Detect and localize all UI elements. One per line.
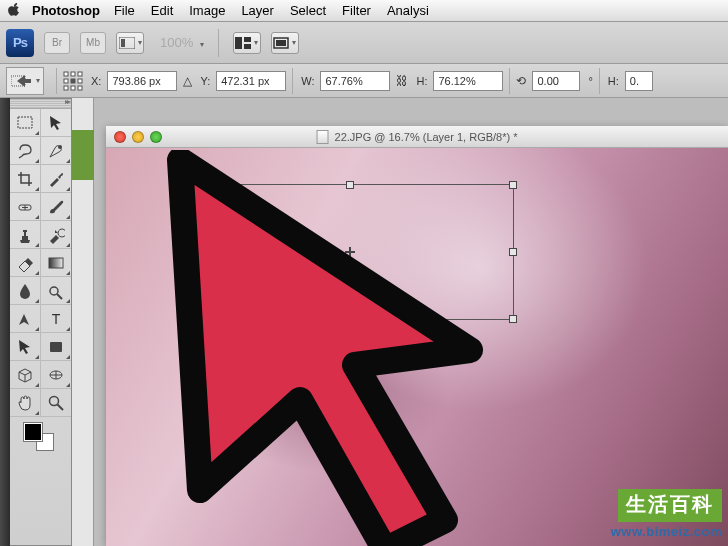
svg-rect-10 — [78, 72, 82, 76]
shape-tool[interactable] — [41, 333, 71, 361]
svg-rect-11 — [64, 79, 68, 83]
collapsed-panel-tab[interactable] — [72, 130, 94, 180]
close-window-button[interactable] — [114, 131, 126, 143]
x-label: X: — [91, 75, 101, 87]
separator — [599, 68, 600, 94]
x-input[interactable]: 793.86 px — [107, 71, 177, 91]
photoshop-logo-icon: Ps — [6, 29, 34, 57]
degree-label: ° — [588, 75, 592, 87]
y-label: Y: — [200, 75, 210, 87]
h-input[interactable]: 76.12% — [433, 71, 503, 91]
rotate-icon: ⟲ — [516, 74, 526, 88]
y-input[interactable]: 472.31 px — [216, 71, 286, 91]
transform-handle[interactable] — [509, 248, 517, 256]
reference-point-icon[interactable] — [63, 71, 83, 91]
minimize-window-button[interactable] — [132, 131, 144, 143]
svg-text:T: T — [51, 311, 60, 327]
canvas[interactable] — [106, 148, 728, 546]
transform-handle[interactable] — [183, 248, 191, 256]
move-tool[interactable] — [41, 109, 71, 137]
clone-stamp-tool[interactable] — [10, 221, 41, 249]
link-icon[interactable]: ⛓ — [396, 74, 408, 88]
svg-rect-16 — [78, 86, 82, 90]
svg-point-21 — [50, 287, 58, 295]
svg-point-25 — [49, 396, 58, 405]
h-label: H: — [416, 75, 427, 87]
transform-center-icon[interactable] — [345, 247, 355, 257]
transform-handle[interactable] — [346, 181, 354, 189]
document-window: 22.JPG @ 16.7% (Layer 1, RGB/8*) * — [106, 126, 728, 546]
arrange-documents-button[interactable]: ▾ — [233, 32, 261, 54]
quick-selection-tool[interactable] — [41, 137, 71, 165]
svg-rect-2 — [235, 37, 242, 49]
zoom-level[interactable]: 100% ▾ — [160, 35, 204, 50]
chevron-down-icon: ▾ — [36, 76, 40, 85]
launch-bridge-button[interactable]: Br — [44, 32, 70, 54]
skew-h-input[interactable]: 0. — [625, 71, 653, 91]
menu-file[interactable]: File — [114, 3, 135, 18]
healing-brush-tool[interactable] — [10, 193, 41, 221]
panel-dock[interactable] — [0, 98, 10, 546]
svg-rect-4 — [244, 44, 251, 49]
macos-menubar: Photoshop File Edit Image Layer Select F… — [0, 0, 728, 22]
svg-rect-14 — [64, 86, 68, 90]
history-brush-tool[interactable] — [41, 221, 71, 249]
separator — [218, 29, 219, 57]
separator — [292, 68, 293, 94]
3d-tool[interactable] — [10, 361, 41, 389]
zoom-tool[interactable] — [41, 389, 71, 417]
foreground-color[interactable] — [24, 423, 42, 441]
gradient-tool[interactable] — [41, 249, 71, 277]
color-swatches[interactable] — [10, 417, 71, 455]
transform-handle[interactable] — [346, 315, 354, 323]
zoom-window-button[interactable] — [150, 131, 162, 143]
transform-handle[interactable] — [183, 181, 191, 189]
options-bar: ▾ X: 793.86 px △ Y: 472.31 px W: 67.76% … — [0, 64, 728, 98]
launch-minibridge-button[interactable]: Mb — [80, 32, 106, 54]
menu-select[interactable]: Select — [290, 3, 326, 18]
crop-tool[interactable] — [10, 165, 41, 193]
blur-tool[interactable] — [10, 277, 41, 305]
hand-tool[interactable] — [10, 389, 41, 417]
panel-drag-handle[interactable] — [10, 99, 71, 109]
menu-layer[interactable]: Layer — [241, 3, 274, 18]
transform-handle[interactable] — [509, 315, 517, 323]
transform-handle[interactable] — [183, 315, 191, 323]
menu-analysis[interactable]: Analysi — [387, 3, 429, 18]
application-bar: Ps Br Mb ▾ 100% ▾ ▾ ▾ — [0, 22, 728, 64]
svg-rect-12 — [71, 79, 75, 83]
lasso-tool[interactable] — [10, 137, 41, 165]
window-titlebar[interactable]: 22.JPG @ 16.7% (Layer 1, RGB/8*) * — [106, 126, 728, 148]
transform-handle[interactable] — [509, 181, 517, 189]
delta-icon[interactable]: △ — [183, 74, 192, 88]
watermark-url: www.bimeiz.com — [611, 524, 722, 539]
brush-tool[interactable] — [41, 193, 71, 221]
svg-point-18 — [58, 145, 62, 149]
path-selection-tool[interactable] — [10, 333, 41, 361]
eyedropper-tool[interactable] — [41, 165, 71, 193]
marquee-tool[interactable] — [10, 109, 41, 137]
tools-panel: T — [10, 98, 72, 546]
view-extras-button[interactable]: ▾ — [116, 32, 144, 54]
free-transform-bounding-box[interactable] — [186, 184, 514, 320]
svg-rect-1 — [121, 39, 125, 47]
menu-image[interactable]: Image — [189, 3, 225, 18]
3d-camera-tool[interactable] — [41, 361, 71, 389]
w-input[interactable]: 67.76% — [320, 71, 390, 91]
menu-filter[interactable]: Filter — [342, 3, 371, 18]
rotation-input[interactable]: 0.00 — [532, 71, 580, 91]
apple-menu-icon[interactable] — [8, 2, 22, 19]
menu-edit[interactable]: Edit — [151, 3, 173, 18]
pen-tool[interactable] — [10, 305, 41, 333]
workspace: 22.JPG @ 16.7% (Layer 1, RGB/8*) * — [72, 98, 728, 546]
screen-mode-button[interactable]: ▾ — [271, 32, 299, 54]
w-label: W: — [301, 75, 314, 87]
skew-h-label: H: — [608, 75, 619, 87]
app-name[interactable]: Photoshop — [32, 3, 100, 18]
eraser-tool[interactable] — [10, 249, 41, 277]
dodge-tool[interactable] — [41, 277, 71, 305]
type-tool[interactable]: T — [41, 305, 71, 333]
svg-rect-6 — [276, 40, 286, 46]
tool-preset-picker[interactable]: ▾ — [6, 67, 44, 95]
svg-rect-9 — [71, 72, 75, 76]
